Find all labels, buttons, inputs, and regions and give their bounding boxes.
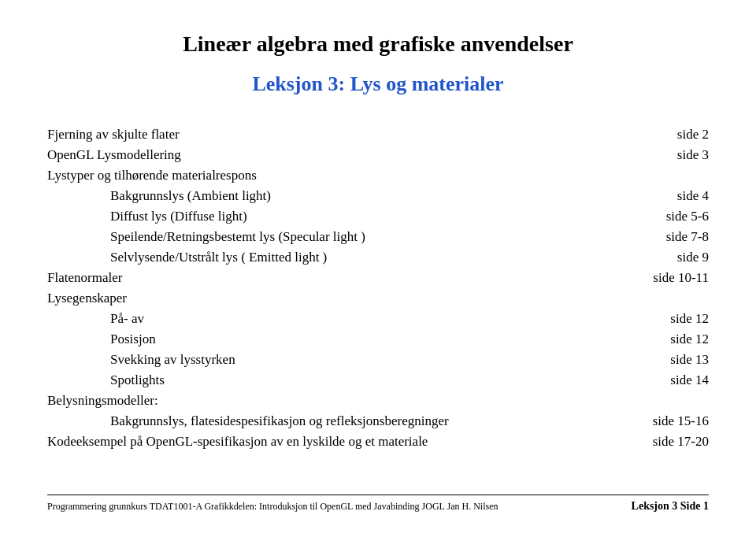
- footer: Programmering grunnkurs TDAT1001-A Grafi…: [47, 495, 709, 513]
- toc-label: Fjerning av skjulte flater: [47, 124, 543, 145]
- toc-row: På- avside 12: [47, 309, 709, 329]
- toc-label: Flatenormaler: [47, 268, 543, 288]
- toc-label: Speilende/Retningsbestemt lys (Specular …: [47, 227, 543, 247]
- page: Lineær algebra med grafiske anvendelser …: [0, 0, 756, 552]
- toc-label: OpenGL Lysmodellering: [47, 145, 543, 165]
- toc-row: Spotlightsside 14: [47, 370, 709, 391]
- toc-page: side 10-11: [543, 268, 709, 288]
- toc-page: side 4: [543, 186, 709, 206]
- toc-label: Posisjon: [47, 329, 543, 350]
- toc-page: side 17-20: [543, 432, 709, 452]
- toc-page: [543, 165, 709, 186]
- toc-row: Belysningsmodeller:: [47, 391, 709, 411]
- toc-page: side 3: [543, 145, 709, 165]
- toc-row: Selvlysende/Utstrålt lys ( Emitted light…: [47, 247, 709, 268]
- toc-page: side 13: [543, 350, 709, 370]
- toc-row: Diffust lys (Diffuse light)side 5-6: [47, 206, 709, 227]
- toc-page: side 15-16: [543, 411, 709, 432]
- toc-row: Fjerning av skjulte flaterside 2: [47, 124, 709, 145]
- toc-page: side 12: [543, 329, 709, 350]
- toc-label: Lysegenskaper: [47, 288, 543, 309]
- toc-row: Lystyper og tilhørende materialrespons: [47, 165, 709, 186]
- toc-row: Bakgrunnslys (Ambient light)side 4: [47, 186, 709, 206]
- toc-label: Spotlights: [47, 370, 543, 391]
- toc-label: Svekking av lysstyrken: [47, 350, 543, 370]
- toc-row: OpenGL Lysmodelleringside 3: [47, 145, 709, 165]
- toc-label: Bakgrunnslys, flatesidespesifikasjon og …: [47, 411, 543, 432]
- toc-label: Belysningsmodeller:: [47, 391, 543, 411]
- toc-page: side 12: [543, 309, 709, 329]
- toc-row: Kodeeksempel på OpenGL-spesifikasjon av …: [47, 432, 709, 452]
- toc-page: side 9: [543, 247, 709, 268]
- toc-row: Bakgrunnslys, flatesidespesifikasjon og …: [47, 411, 709, 432]
- toc-page: side 7-8: [543, 227, 709, 247]
- main-title: Lineær algebra med grafiske anvendelser: [47, 31, 709, 57]
- toc-label: Bakgrunnslys (Ambient light): [47, 186, 543, 206]
- toc-row: Speilende/Retningsbestemt lys (Specular …: [47, 227, 709, 247]
- toc-label: På- av: [47, 309, 543, 329]
- toc-page: [543, 391, 709, 411]
- toc-label: Kodeeksempel på OpenGL-spesifikasjon av …: [47, 432, 543, 452]
- toc-page: [543, 288, 709, 309]
- toc-row: Lysegenskaper: [47, 288, 709, 309]
- toc-table: Fjerning av skjulte flaterside 2OpenGL L…: [47, 124, 709, 452]
- toc-label: Lystyper og tilhørende materialrespons: [47, 165, 543, 186]
- footer-left: Programmering grunnkurs TDAT1001-A Grafi…: [47, 501, 498, 513]
- toc-page: side 2: [543, 124, 709, 145]
- subtitle: Leksjon 3: Lys og materialer: [47, 72, 709, 96]
- toc-page: side 14: [543, 370, 709, 391]
- toc-label: Selvlysende/Utstrålt lys ( Emitted light…: [47, 247, 543, 268]
- toc-row: Flatenormalerside 10-11: [47, 268, 709, 288]
- footer-right: Leksjon 3 Side 1: [632, 500, 709, 513]
- toc-page: side 5-6: [543, 206, 709, 227]
- toc-row: Posisjonside 12: [47, 329, 709, 350]
- toc-row: Svekking av lysstyrkenside 13: [47, 350, 709, 370]
- toc-label: Diffust lys (Diffuse light): [47, 206, 543, 227]
